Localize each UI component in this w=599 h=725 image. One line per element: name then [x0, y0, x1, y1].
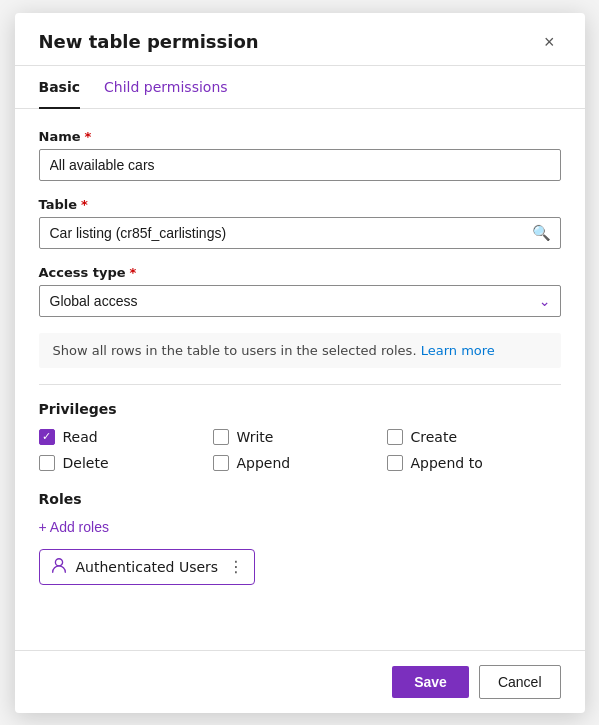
cancel-button[interactable]: Cancel	[479, 665, 561, 699]
svg-point-0	[55, 558, 62, 565]
access-type-field-group: Access type * Global access ⌄	[39, 265, 561, 317]
save-button[interactable]: Save	[392, 666, 469, 698]
privileges-title: Privileges	[39, 401, 561, 417]
info-box: Show all rows in the table to users in t…	[39, 333, 561, 368]
table-search-wrapper: 🔍	[39, 217, 561, 249]
tab-child-permissions[interactable]: Child permissions	[104, 67, 228, 109]
privilege-read[interactable]: Read	[39, 429, 213, 445]
role-chip-content: Authenticated Users	[50, 556, 219, 578]
append-to-label: Append to	[411, 455, 483, 471]
table-field-group: Table * 🔍	[39, 197, 561, 249]
append-label: Append	[237, 455, 291, 471]
name-field-group: Name *	[39, 129, 561, 181]
privileges-group: Privileges Read Write Create Delete	[39, 401, 561, 471]
roles-section: Roles + Add roles Authenticated Users ⋮	[39, 491, 561, 585]
access-type-select[interactable]: Global access	[39, 285, 561, 317]
dialog-title: New table permission	[39, 31, 259, 52]
read-checkbox[interactable]	[39, 429, 55, 445]
role-chip: Authenticated Users ⋮	[39, 549, 256, 585]
name-label: Name *	[39, 129, 561, 144]
tab-bar: Basic Child permissions	[15, 66, 585, 109]
name-required: *	[85, 129, 92, 144]
dialog-body: Name * Table * 🔍 Access type *	[15, 109, 585, 650]
privilege-delete[interactable]: Delete	[39, 455, 213, 471]
tab-basic[interactable]: Basic	[39, 67, 81, 109]
roles-title: Roles	[39, 491, 561, 507]
add-roles-button[interactable]: + Add roles	[39, 515, 109, 539]
access-type-select-wrapper: Global access ⌄	[39, 285, 561, 317]
privilege-create[interactable]: Create	[387, 429, 561, 445]
name-input[interactable]	[39, 149, 561, 181]
table-input[interactable]	[39, 217, 561, 249]
delete-label: Delete	[63, 455, 109, 471]
divider	[39, 384, 561, 385]
write-checkbox[interactable]	[213, 429, 229, 445]
delete-checkbox[interactable]	[39, 455, 55, 471]
privilege-append-to[interactable]: Append to	[387, 455, 561, 471]
dialog-header: New table permission ×	[15, 13, 585, 66]
privilege-write[interactable]: Write	[213, 429, 387, 445]
access-type-required: *	[130, 265, 137, 280]
access-type-label: Access type *	[39, 265, 561, 280]
role-chip-label: Authenticated Users	[76, 559, 219, 575]
append-to-checkbox[interactable]	[387, 455, 403, 471]
write-label: Write	[237, 429, 274, 445]
dialog: New table permission × Basic Child permi…	[15, 13, 585, 713]
create-label: Create	[411, 429, 458, 445]
close-button[interactable]: ×	[538, 31, 561, 53]
privilege-append[interactable]: Append	[213, 455, 387, 471]
create-checkbox[interactable]	[387, 429, 403, 445]
read-label: Read	[63, 429, 98, 445]
role-more-options[interactable]: ⋮	[228, 557, 244, 576]
table-label: Table *	[39, 197, 561, 212]
learn-more-link[interactable]: Learn more	[421, 343, 495, 358]
privileges-grid: Read Write Create Delete Append	[39, 429, 561, 471]
user-icon	[50, 556, 68, 578]
append-checkbox[interactable]	[213, 455, 229, 471]
table-required: *	[81, 197, 88, 212]
dialog-footer: Save Cancel	[15, 650, 585, 713]
